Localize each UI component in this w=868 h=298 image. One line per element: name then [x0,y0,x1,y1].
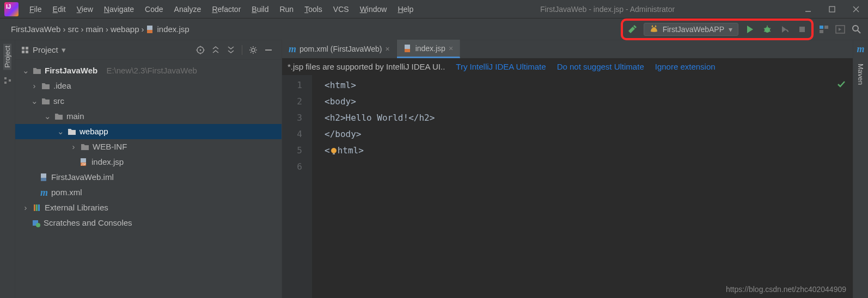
maven-icon: m [289,44,296,55]
tree-node-label: External Libraries [45,200,108,215]
banner-link-try[interactable]: Try IntelliJ IDEA Ultimate [456,62,546,71]
menu-edit[interactable]: Edit [47,0,71,18]
search-everywhere-icon[interactable] [851,23,863,35]
tree-node-scratches[interactable]: Scratches and Consoles [15,215,282,231]
tool-project-tab[interactable]: Project [3,44,11,70]
build-hammer-icon[interactable] [626,23,638,35]
gutter-line: 3 [282,110,302,126]
menu-analyze[interactable]: Analyze [169,0,207,18]
menu-view[interactable]: View [71,0,99,18]
svg-rect-53 [405,49,410,52]
code-line[interactable]: <h2>Hello World!</h2> [325,110,853,126]
code-line[interactable]: <html> [325,142,853,159]
tree-node-label: .idea [53,78,71,94]
banner-link-dismiss[interactable]: Do not suggest Ultimate [557,62,644,71]
minimize-button[interactable] [796,0,820,18]
editor-tab-1[interactable]: index.jsp× [397,40,460,58]
svg-rect-1 [829,7,835,12]
crumb-1[interactable]: src [65,24,81,34]
menu-file[interactable]: File [24,0,47,18]
tree-node-webinf[interactable]: › WEB-INF [15,139,282,154]
close-icon[interactable]: × [385,45,389,53]
menu-navigate[interactable]: Navigate [99,0,139,18]
window-title: FirstJavaWeb - index.jsp - Administrator [419,5,796,14]
tree-root[interactable]: ⌄ FirstJavaWeb E:\new\2.3\FirstJavaWeb [15,63,282,78]
hide-panel-icon[interactable] [261,46,276,54]
run-anything-icon[interactable] [834,23,846,35]
svg-text:JSP: JSP [81,163,87,166]
library-icon [33,203,41,212]
tab-label: pom.xml (FirstJavaWeb) [299,45,382,53]
run-with-coverage-button[interactable] [779,23,791,35]
menu-items: FileEditViewNavigateCodeAnalyzeRefactorB… [24,0,419,18]
menu-tools[interactable]: Tools [299,0,328,18]
project-tree-title-label: Project [33,45,58,54]
collapse-all-icon[interactable] [223,46,239,54]
svg-line-38 [255,52,256,53]
banner-link-ignore[interactable]: Ignore extension [655,62,716,71]
editor-tabs: mpom.xml (FirstJavaWeb)×index.jsp× [282,40,853,59]
tree-node-pom[interactable]: m pom.xml [15,185,282,200]
close-button[interactable] [844,0,868,18]
inspection-ok-icon[interactable] [836,79,846,89]
svg-rect-14 [824,26,828,29]
menu-code[interactable]: Code [139,0,168,18]
tree-node-src[interactable]: ⌄ src [15,94,282,109]
project-structure-icon[interactable] [818,23,830,35]
run-config-label: FirstJavaWebAPP [663,25,724,34]
project-tree-header: Project ▾ [15,40,282,60]
menu-refactor[interactable]: Refactor [206,0,246,18]
menu-window[interactable]: Window [354,0,393,18]
svg-line-9 [769,28,771,29]
editor-area: mpom.xml (FirstJavaWeb)×index.jsp× *.jsp… [282,40,853,298]
editor-tab-0[interactable]: mpom.xml (FirstJavaWeb)× [282,40,397,58]
maximize-button[interactable] [820,0,844,18]
tree-node-external-libs[interactable]: › External Libraries [15,200,282,215]
close-icon[interactable]: × [449,44,453,53]
editor-gutter: 123456 [282,75,313,298]
menu-help[interactable]: Help [392,0,419,18]
locate-icon[interactable] [193,46,208,54]
left-tool-strip: Project [0,40,15,298]
tree-node-indexjsp[interactable]: JSP index.jsp [15,154,282,170]
gear-icon[interactable] [246,46,261,54]
project-tree-title[interactable]: Project ▾ [21,45,66,55]
svg-rect-48 [36,204,38,211]
tree-node-iml[interactable]: FirstJavaWeb.iml [15,170,282,185]
svg-rect-15 [820,30,823,33]
menu-build[interactable]: Build [246,0,274,18]
svg-rect-20 [4,82,7,84]
code-line[interactable]: <html> [325,77,853,94]
run-controls-highlight: FirstJavaWebAPP ▾ [621,18,814,40]
code-line[interactable]: <body> [325,94,853,110]
run-config-dropdown[interactable]: FirstJavaWebAPP ▾ [644,23,738,36]
crumb-4[interactable]: index.jsp [144,24,191,34]
debug-button[interactable] [761,23,773,35]
tree-node-main[interactable]: ⌄ main [15,109,282,124]
crumb-3[interactable]: webapp [108,24,142,34]
expand-all-icon[interactable] [208,46,223,54]
svg-point-17 [853,26,858,31]
chevron-down-icon: ▾ [729,25,732,34]
tool-maven-tab[interactable]: Maven [857,61,865,87]
crumb-0[interactable]: FirstJavaWeb [9,24,63,34]
folder-icon [54,113,63,120]
right-tool-strip: m Maven [853,40,868,298]
intention-bulb-icon[interactable] [330,147,338,155]
project-icon [21,46,29,54]
svg-point-27 [200,49,201,51]
menu-run[interactable]: Run [274,0,299,18]
project-tree[interactable]: ⌄ FirstJavaWeb E:\new\2.3\FirstJavaWeb ›… [15,60,282,231]
menu-vcs[interactable]: VCS [328,0,354,18]
run-button[interactable] [744,23,756,35]
breadcrumb[interactable]: FirstJavaWeb›src›main›webapp›index.jsp [0,24,192,34]
code-line[interactable]: </body> [325,126,853,142]
stop-button[interactable] [796,23,808,35]
tree-node-idea[interactable]: › .idea [15,78,282,94]
code-editor[interactable]: 123456 <html><body><h2>Hello World!</h2>… [282,75,853,298]
structure-icon[interactable] [3,76,12,85]
tree-node-webapp[interactable]: ⌄ webapp [15,124,282,139]
crumb-2[interactable]: main [83,24,106,34]
svg-point-51 [36,223,40,227]
editor-code[interactable]: <html><body><h2>Hello World!</h2></body>… [313,75,853,298]
